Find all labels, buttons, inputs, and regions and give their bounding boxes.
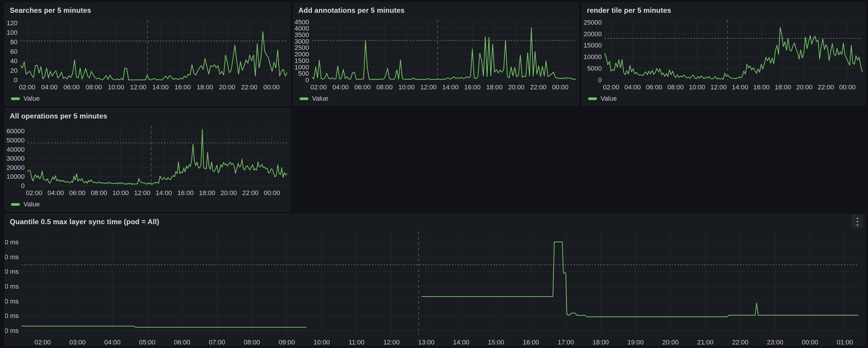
panel-searches: 02:0004:0006:0008:0010:0012:0014:0016:00… xyxy=(5,2,290,106)
x-tick-label: 02:00 xyxy=(26,189,42,196)
y-tick-label: 40 ms xyxy=(5,312,19,319)
x-tick-label: 06:00 xyxy=(646,84,662,91)
y-tick-label: 20000 xyxy=(6,164,25,171)
y-tick-label: 40000 xyxy=(6,146,25,153)
y-tick-label: 2000 xyxy=(294,51,309,58)
x-tick-label: 08:00 xyxy=(86,84,102,91)
x-tick-label: 07:00 xyxy=(209,339,225,345)
render-tile-chart[interactable]: 02:0004:0006:0008:0010:0012:0014:0016:00… xyxy=(582,3,865,105)
x-tick-label: 02:00 xyxy=(311,84,327,91)
legend[interactable]: Value xyxy=(300,95,328,102)
x-tick-label: 22:00 xyxy=(530,84,547,91)
x-tick-label: 10:00 xyxy=(689,84,705,91)
searches-chart[interactable]: 02:0004:0006:0008:0010:0012:0014:0016:00… xyxy=(5,3,290,105)
x-tick-label: 16:00 xyxy=(523,339,539,345)
x-tick-label: 06:00 xyxy=(69,189,86,196)
x-tick-label: 06:00 xyxy=(354,84,371,91)
y-tick-label: 80 xyxy=(10,38,18,46)
x-tick-label: 14:00 xyxy=(156,189,172,196)
x-tick-label: 02:00 xyxy=(603,84,619,91)
x-tick-label: 16:00 xyxy=(175,84,191,91)
x-tick-label: 18:00 xyxy=(775,84,791,91)
x-tick-label: 22:00 xyxy=(242,189,258,196)
x-tick-label: 04:00 xyxy=(333,84,349,91)
legend[interactable]: Value xyxy=(11,200,40,208)
x-tick-label: 04:00 xyxy=(41,84,58,91)
y-tick-label: 0 xyxy=(21,182,25,189)
x-tick-label: 00:00 xyxy=(839,84,856,91)
add-annotations-chart[interactable]: 02:0004:0006:0008:0010:0012:0014:0016:00… xyxy=(293,3,579,105)
x-tick-label: 18:00 xyxy=(197,84,213,91)
panel-add-annotations: 02:0004:0006:0008:0010:0012:0014:0016:00… xyxy=(293,2,579,106)
y-tick-label: 90 ms xyxy=(5,239,19,246)
x-tick-label: 10:00 xyxy=(398,84,415,91)
y-tick-label: 30000 xyxy=(6,155,25,162)
x-tick-label: 00:00 xyxy=(263,84,280,91)
y-tick-label: 15000 xyxy=(584,41,602,49)
x-tick-label: 00:00 xyxy=(552,84,568,91)
quantile-sync-time-chart[interactable]: 02:0003:0004:0005:0006:0007:0008:0009:00… xyxy=(5,214,865,345)
x-tick-label: 08:00 xyxy=(667,84,684,91)
x-tick-label: 12:00 xyxy=(710,84,727,91)
x-tick-label: 02:00 xyxy=(19,84,35,91)
x-tick-label: 03:00 xyxy=(69,339,86,345)
x-tick-label: 22:00 xyxy=(732,339,748,345)
y-tick-label: 80 ms xyxy=(5,253,19,261)
series-line xyxy=(22,326,306,327)
panel-all-operations: 02:0004:0006:0008:0010:0012:0014:0016:00… xyxy=(5,108,290,212)
x-tick-label: 22:00 xyxy=(241,84,257,91)
legend[interactable]: Value xyxy=(11,95,40,102)
y-tick-label: 60 xyxy=(10,48,18,55)
x-tick-label: 04:00 xyxy=(48,189,64,196)
x-tick-label: 18:00 xyxy=(592,339,609,345)
y-tick-label: 50000 xyxy=(6,136,25,144)
kebab-dot xyxy=(857,221,858,222)
y-tick-label: 0 xyxy=(598,76,602,84)
panel-menu-button[interactable] xyxy=(852,215,863,228)
kebab-dot xyxy=(857,218,858,219)
legend-label: Value xyxy=(600,95,617,102)
legend-label: Value xyxy=(24,95,40,102)
y-tick-label: 60000 xyxy=(6,127,25,135)
x-tick-label: 08:00 xyxy=(244,339,260,345)
y-tick-label: 100 xyxy=(6,29,18,36)
x-tick-label: 13:00 xyxy=(418,339,434,345)
x-tick-label: 12:00 xyxy=(130,84,146,91)
y-tick-label: 3000 xyxy=(294,38,309,45)
series-line xyxy=(28,129,287,184)
y-tick-label: 50 ms xyxy=(5,297,19,305)
x-tick-label: 02:00 xyxy=(34,339,51,345)
legend-color-pill xyxy=(11,203,20,206)
legend[interactable]: Value xyxy=(588,95,617,102)
kebab-dot xyxy=(857,224,858,226)
x-tick-label: 08:00 xyxy=(376,84,393,91)
y-tick-label: 10000 xyxy=(584,53,602,61)
legend-color-pill xyxy=(11,97,20,100)
y-tick-label: 2500 xyxy=(294,44,309,51)
y-tick-label: 3500 xyxy=(294,31,309,39)
x-tick-label: 05:00 xyxy=(139,339,155,345)
x-tick-label: 17:00 xyxy=(557,339,574,345)
y-tick-label: 1500 xyxy=(294,57,309,64)
y-tick-label: 25000 xyxy=(584,19,602,26)
x-tick-label: 20:00 xyxy=(508,84,525,91)
x-tick-label: 12:00 xyxy=(420,84,437,91)
x-tick-label: 20:00 xyxy=(796,84,812,91)
y-tick-label: 10000 xyxy=(6,173,25,180)
y-tick-label: 40 xyxy=(10,57,18,65)
all-operations-chart[interactable]: 02:0004:0006:0008:0010:0012:0014:0016:00… xyxy=(5,108,290,211)
y-tick-label: 20 xyxy=(10,67,18,74)
y-tick-label: 20000 xyxy=(584,30,602,38)
x-tick-label: 10:00 xyxy=(108,84,124,91)
x-tick-label: 08:00 xyxy=(91,189,107,196)
y-tick-label: 4500 xyxy=(294,19,309,26)
x-tick-label: 00:00 xyxy=(802,339,818,345)
x-tick-label: 21:00 xyxy=(697,339,713,345)
x-tick-label: 11:00 xyxy=(348,339,364,345)
x-tick-label: 12:00 xyxy=(383,339,400,345)
x-tick-label: 16:00 xyxy=(177,189,193,196)
x-tick-label: 19:00 xyxy=(627,339,644,345)
x-tick-label: 06:00 xyxy=(64,84,80,91)
x-tick-label: 04:00 xyxy=(104,339,121,345)
series-line xyxy=(422,242,858,317)
